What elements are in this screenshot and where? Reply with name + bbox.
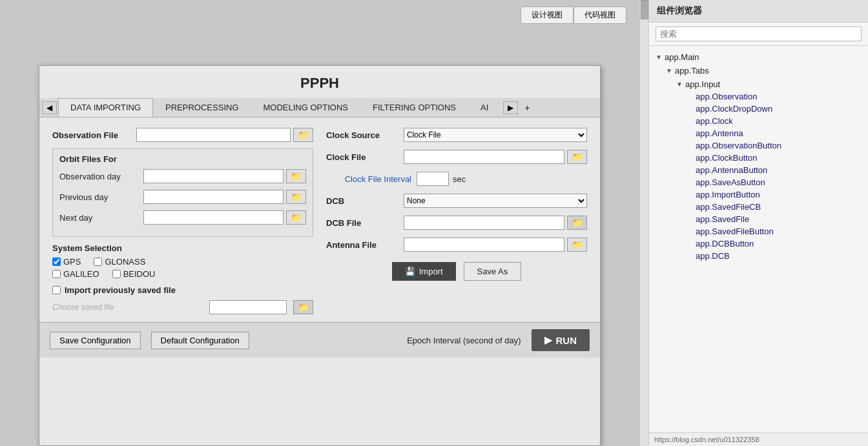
clock-file-label: Clock File: [326, 152, 404, 162]
import-saved-label-item[interactable]: Import previously saved file: [52, 285, 176, 295]
main-area: 设计视图 代码视图 PPPH ◀ DATA IMPORTING PREPROCE…: [0, 0, 639, 446]
import-button[interactable]: 💾 Import: [392, 262, 456, 281]
observation-file-browse[interactable]: 📁: [293, 128, 313, 142]
galileo-checkbox-item[interactable]: GALILEO: [52, 269, 99, 279]
tree-row-main[interactable]: ▼ app.Main: [649, 51, 868, 63]
dcb-file-browse[interactable]: 📁: [567, 216, 587, 230]
tree-item-main: ▼ app.Main ▼ app.Tabs: [649, 50, 868, 266]
sidebar-footer: https://blog.csdn.net/u011322358: [649, 432, 868, 446]
next-day-row: Next day 📁: [59, 210, 306, 225]
clock-interval-input[interactable]: 30: [417, 172, 449, 186]
import-saved-checkbox[interactable]: [52, 286, 61, 294]
tree-row-tabs[interactable]: ▼ app.Tabs: [659, 65, 868, 77]
system-row-2: GALILEO BEIDOU: [52, 269, 313, 279]
clock-source-select[interactable]: Clock File: [404, 128, 587, 142]
save-config-button[interactable]: Save Configuration: [50, 332, 141, 349]
default-config-button[interactable]: Default Configuration: [151, 332, 249, 349]
tree-label-saveasbutton: app.SaveAsButton: [696, 177, 765, 187]
tree-row-antennabutton[interactable]: app.AntennaButton: [680, 164, 868, 176]
main-scrollbar-thumb[interactable]: [641, 0, 648, 19]
right-column: Clock Source Clock File Clock File 📁: [326, 128, 587, 314]
tab-filtering-options[interactable]: FILTERING OPTIONS: [360, 98, 468, 117]
beidou-checkbox-item[interactable]: BEIDOU: [112, 269, 156, 279]
two-column-layout: Observation File 📁 Orbit Files For Obser…: [52, 128, 587, 314]
tree-row-savedfile[interactable]: app.SavedFile: [680, 213, 868, 225]
tree-item-input: ▼ app.Input app.Observation: [670, 77, 868, 263]
tree-row-clockbutton[interactable]: app.ClockButton: [680, 152, 868, 164]
dcb-file-label: DCB File: [326, 218, 404, 228]
tree-toggle-main[interactable]: ▼: [654, 53, 663, 62]
clock-file-row: Clock File 📁: [326, 150, 587, 164]
system-selection-label: System Selection: [52, 243, 313, 253]
saved-file-input[interactable]: [209, 300, 287, 314]
observation-file-input[interactable]: [136, 128, 291, 142]
choose-saved-label: Choose saved file: [52, 303, 205, 312]
sidebar-header: 组件浏览器: [649, 0, 868, 23]
tree-row-savedfilecb[interactable]: app.SavedFileCB: [680, 201, 868, 213]
clock-file-input[interactable]: [404, 150, 564, 164]
previous-day-row: Previous day 📁: [59, 190, 306, 204]
tree-label-savedfile: app.SavedFile: [696, 214, 749, 224]
next-day-browse[interactable]: 📁: [286, 210, 306, 225]
tree-row-observation[interactable]: app.Observation: [680, 90, 868, 103]
gps-checkbox-item[interactable]: GPS: [52, 257, 81, 267]
tab-ai[interactable]: AI: [468, 98, 501, 117]
code-view-button[interactable]: 代码视图: [574, 6, 626, 24]
tree-toggle-input[interactable]: ▼: [675, 80, 684, 89]
tree-item-tabs: ▼ app.Tabs ▼ app.Input: [659, 63, 868, 265]
glonass-checkbox[interactable]: [94, 258, 102, 266]
app-title: PPPH: [39, 66, 600, 98]
galileo-checkbox[interactable]: [52, 270, 61, 278]
observation-day-input[interactable]: [143, 169, 284, 183]
clock-file-browse[interactable]: 📁: [567, 150, 587, 164]
tab-modeling-options[interactable]: MODELING OPTIONS: [251, 98, 360, 117]
system-row-1: GPS GLONASS: [52, 257, 313, 267]
tree-row-dcbbutton[interactable]: app.DCBButton: [680, 238, 868, 250]
left-column: Observation File 📁 Orbit Files For Obser…: [52, 128, 313, 314]
next-day-input[interactable]: [143, 210, 284, 225]
tree-row-antenna[interactable]: app.Antenna: [680, 127, 868, 139]
tree-toggle-tabs[interactable]: ▼: [665, 66, 674, 76]
previous-day-input[interactable]: [143, 190, 284, 204]
previous-day-browse[interactable]: 📁: [286, 190, 306, 204]
tree-row-dcb[interactable]: app.DCB: [680, 250, 868, 262]
tab-add-button[interactable]: +: [519, 100, 535, 116]
observation-day-browse[interactable]: 📁: [286, 169, 306, 183]
dcb-file-input[interactable]: [404, 216, 564, 230]
saved-file-browse[interactable]: 📁: [293, 300, 313, 314]
next-day-label: Next day: [59, 213, 143, 223]
app-window: PPPH ◀ DATA IMPORTING PREPROCESSING MODE…: [39, 65, 601, 446]
tree-row-importbutton[interactable]: app.ImportButton: [680, 188, 868, 201]
beidou-checkbox[interactable]: [112, 270, 121, 278]
tab-preprocessing[interactable]: PREPROCESSING: [153, 98, 251, 117]
tab-nav-right[interactable]: ▶: [503, 101, 518, 114]
glonass-checkbox-item[interactable]: GLONASS: [94, 257, 145, 267]
tree-label-main: app.Main: [665, 52, 699, 62]
run-button[interactable]: ▶ RUN: [532, 329, 590, 351]
tree-label-input: app.Input: [685, 79, 720, 89]
antenna-file-row: Antenna File 📁: [326, 238, 587, 252]
tree-row-clockdropdown[interactable]: app.ClockDropDown: [680, 103, 868, 115]
app-container: PPPH ◀ DATA IMPORTING PREPROCESSING MODE…: [0, 26, 639, 446]
tree-row-input[interactable]: ▼ app.Input: [670, 78, 868, 90]
tree-label-observation: app.Observation: [696, 92, 757, 101]
gps-checkbox[interactable]: [52, 258, 61, 266]
dcb-select[interactable]: None: [404, 194, 587, 208]
antenna-file-browse[interactable]: 📁: [567, 238, 587, 252]
tab-nav-left[interactable]: ◀: [42, 101, 57, 114]
tree-row-clock[interactable]: app.Clock: [680, 115, 868, 127]
tree-row-savedfilebutton[interactable]: app.SavedFileButton: [680, 225, 868, 238]
design-view-button[interactable]: 设计视图: [521, 6, 574, 24]
orbit-files-section: Orbit Files For Observation day 📁 Previo…: [52, 148, 313, 237]
tree-label-dcb: app.DCB: [696, 251, 730, 261]
top-toolbar: 设计视图 代码视图: [0, 0, 639, 26]
sidebar-search-input[interactable]: [656, 26, 862, 41]
antenna-file-input[interactable]: [404, 238, 564, 252]
tree-row-saveasbutton[interactable]: app.SaveAsButton: [680, 176, 868, 188]
sidebar-container: 组件浏览器 ▼ app.Main ▼ app.Tabs: [639, 0, 868, 446]
save-as-button[interactable]: Save As: [464, 262, 522, 281]
tab-data-importing[interactable]: DATA IMPORTING: [58, 98, 153, 117]
main-scrollbar[interactable]: [639, 0, 648, 446]
tree-label-clockbutton: app.ClockButton: [696, 153, 757, 163]
tree-row-observationbutton[interactable]: app.ObservationButton: [680, 139, 868, 152]
